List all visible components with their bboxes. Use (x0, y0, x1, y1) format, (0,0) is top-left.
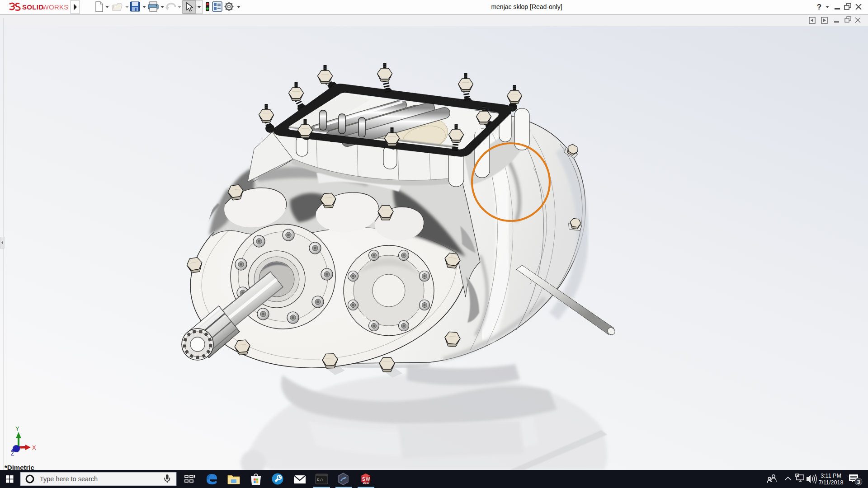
svg-text:SOLID: SOLID (22, 3, 43, 11)
svg-text:WORKS: WORKS (42, 3, 69, 11)
svg-text:2017: 2017 (363, 481, 370, 484)
svg-text:C:\_: C:\_ (317, 478, 326, 482)
svg-text:3:11 PM: 3:11 PM (821, 473, 841, 479)
svg-text:*Dimetric: *Dimetric (5, 464, 34, 470)
svg-text:Type here to search: Type here to search (40, 475, 98, 483)
svg-text:3: 3 (857, 479, 860, 485)
svg-text:Y: Y (15, 425, 19, 432)
svg-text:?: ? (817, 3, 821, 11)
svg-text:X: X (32, 444, 36, 451)
svg-text:menjac sklop [Read-only]: menjac sklop [Read-only] (491, 3, 562, 10)
svg-text:Z: Z (11, 450, 14, 457)
svg-text:7/11/2018: 7/11/2018 (819, 479, 844, 486)
